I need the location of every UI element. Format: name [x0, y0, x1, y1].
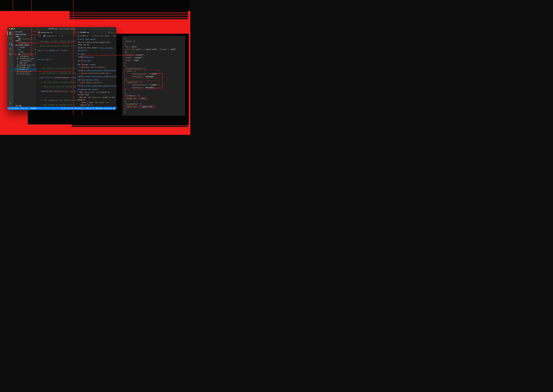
json-icon: {} [17, 64, 18, 66]
sidebar-title: EXPLORER [14, 30, 37, 33]
markdown-editor[interactable]: # Hello Code Sample This is a Hello Worl… [76, 37, 116, 107]
status-cursor[interactable]: Ln 25, Col 25 [61, 107, 73, 109]
status-problems[interactable]: ⓧ3⚠3 [21, 107, 27, 109]
activity-explorer[interactable] [9, 31, 12, 35]
file-package-json[interactable]: {}package.json [14, 66, 37, 68]
activity-debug[interactable] [9, 47, 12, 51]
editor-area: TS extension.ts ⋯ src› TS extension.ts› … [37, 30, 116, 107]
file-readme[interactable]: i README.md 1 [14, 68, 37, 70]
json-icon: {} [17, 73, 18, 75]
zoom-icon[interactable] [14, 28, 15, 29]
file-prettierrc[interactable]: {}.prettierrc.json [14, 57, 37, 59]
callout-ts-def: "_typescript": { "fontCharacter": "\\E08… [125, 81, 159, 89]
tab-readme[interactable]: i README.md [76, 30, 91, 35]
tab-actions-left: ⋯ [73, 30, 76, 35]
status-prettier[interactable]: Prettier [104, 107, 112, 109]
tabs-left: TS extension.ts ⋯ [37, 30, 76, 35]
close-icon[interactable] [9, 28, 10, 29]
project-section[interactable]: ▾HELLOCODE-SAMPLE [14, 44, 37, 46]
activity-search[interactable] [9, 37, 12, 40]
poster-stripes-bottom [72, 115, 188, 127]
vscode-window: README.md — hellocode-sample 1 [7, 27, 116, 110]
search-icon [9, 37, 12, 40]
breadcrumb-left[interactable]: src› TS extension.ts› ƒ f1 [37, 35, 76, 37]
svg-point-3 [11, 43, 11, 44]
file-gitignore[interactable]: ◆.gitignore [14, 55, 37, 57]
scm-badge: 1 [11, 44, 13, 46]
split-editor-icon[interactable]: ▯▯ [111, 31, 113, 34]
chevron-right-icon: ▸ [18, 51, 19, 52]
file-extension-ts[interactable]: TS extension.ts 5, M [14, 53, 37, 55]
files-icon [9, 32, 12, 35]
open-editors-section[interactable]: ▾OPEN EDITORS [14, 33, 37, 35]
warning-icon: ⚠ [24, 107, 25, 109]
file-tslint[interactable]: {}tslint.json [14, 73, 37, 75]
gear-icon [9, 102, 12, 105]
file-icon: ≡ [17, 60, 18, 62]
file-vscodeignore[interactable]: ≡.vscodeignore [14, 59, 37, 62]
status-eol[interactable]: LF [92, 107, 94, 109]
window-title: README.md — hellocode-sample [7, 28, 116, 30]
typescript-icon: TS [18, 53, 20, 55]
status-bar: ⎇ext-docs* ⓧ3⚠3 -- NORMAL -- Ln 25, Col … [7, 107, 116, 110]
typescript-icon: TS [43, 35, 45, 37]
extensions-icon [9, 53, 12, 56]
file-package-lock[interactable]: {}package-lock.json [14, 64, 37, 66]
sidebar: EXPLORER ▾OPEN EDITORS GROUP 1 TS extens… [14, 30, 37, 107]
file-demo-gif[interactable]: ▣demo.gif [14, 62, 37, 64]
status-language[interactable]: Markdown [96, 107, 103, 109]
json-snippet-panel: { "fonts": [ { "id": "seti", "src": [{ "… [122, 36, 185, 116]
open-editor-extension[interactable]: TS extension.ts src 5, M [14, 38, 37, 40]
svg-point-1 [9, 43, 10, 43]
status-tabsize[interactable]: Tab Size: 2 [75, 107, 85, 109]
bell-icon: 🔔 [113, 107, 115, 109]
info-icon: i [18, 42, 20, 44]
chevron-down-icon: ▾ [17, 49, 17, 50]
image-icon: ▣ [17, 62, 18, 64]
error-icon: ⓧ [21, 107, 22, 109]
open-editor-readme[interactable]: i README.md 1 [14, 42, 37, 44]
tab-actions-right: ⧉ ▯▯ ⋯ [107, 30, 116, 35]
callout-filenames: "readme.md": "_info", [125, 97, 147, 100]
folder-src[interactable]: ▾src [14, 49, 37, 51]
activity-extensions[interactable] [9, 53, 12, 56]
debug-icon [9, 48, 12, 50]
more-icon[interactable]: ⋯ [74, 31, 75, 34]
activity-bar: 1 [7, 30, 14, 107]
typescript-icon: TS [18, 38, 20, 40]
status-encoding[interactable]: UTF-8 [86, 107, 91, 109]
window-controls [9, 28, 15, 29]
folder-vscode[interactable]: ▸.vscode [14, 46, 37, 49]
info-icon: i [78, 35, 79, 37]
svg-rect-7 [9, 55, 10, 55]
json-icon: {} [17, 71, 18, 72]
file-tsconfig[interactable]: {}tsconfig.json [14, 70, 37, 73]
breadcrumb-right[interactable]: i README.md› ⌗# Hello Code Sample› ⌗## R… [76, 35, 116, 37]
titlebar: README.md — hellocode-sample [7, 27, 116, 30]
status-branch[interactable]: ⎇ext-docs* [8, 107, 19, 109]
open-preview-icon[interactable]: ⧉ [108, 31, 110, 34]
group-2-label: GROUP 2 [14, 40, 37, 42]
callout-languageids: "typescript": "_typescript", [125, 105, 155, 108]
chevron-right-icon: ▸ [14, 105, 15, 106]
svg-rect-6 [11, 53, 11, 54]
json-icon: {} [17, 57, 18, 59]
tab-extension-ts[interactable]: TS extension.ts [37, 30, 54, 35]
folder-test[interactable]: ▸test [14, 51, 37, 53]
activity-settings[interactable] [9, 102, 12, 105]
status-vim-mode: -- NORMAL -- [28, 107, 40, 109]
editor-group-2: i README.md ⧉ ▯▯ ⋯ i README.md› ⌗# Hello… [76, 30, 116, 107]
chevron-right-icon: ▸ [17, 47, 17, 48]
code-editor[interactable]: // The module 'vscode' contains the VS C… [37, 37, 76, 107]
activity-scm[interactable]: 1 [9, 42, 12, 46]
status-bell[interactable]: 🔔 [113, 107, 115, 109]
callout-info-def: "_info": { "fontCharacter": "\\E044", "f… [125, 70, 159, 78]
modified-dot-icon [35, 49, 36, 50]
svg-point-8 [10, 103, 11, 104]
svg-point-0 [9, 38, 11, 39]
outline-section[interactable]: ▸OUTLINE [14, 105, 37, 107]
json-icon: {} [17, 66, 18, 68]
more-icon[interactable]: ⋯ [114, 31, 115, 34]
minimize-icon[interactable] [11, 28, 13, 29]
tabs-right: i README.md ⧉ ▯▯ ⋯ [76, 30, 116, 35]
